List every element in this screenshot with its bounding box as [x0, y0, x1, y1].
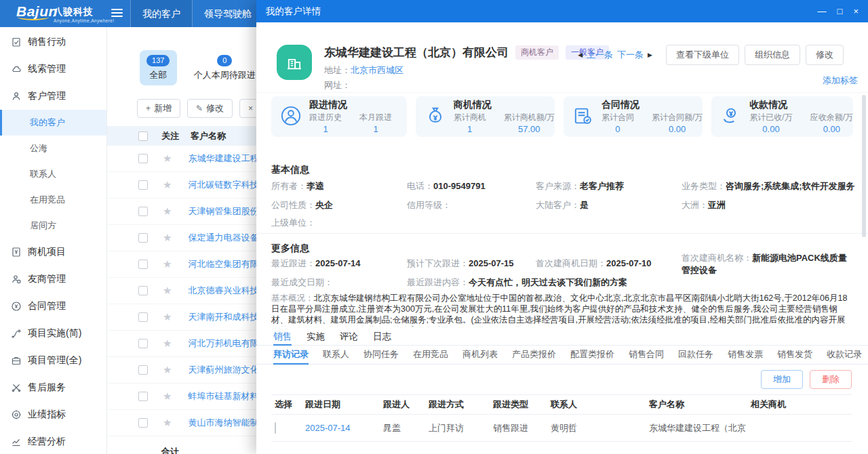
- checkbox[interactable]: [138, 260, 148, 269]
- customer-name-link[interactable]: 河北万邦机电有限公: [188, 337, 256, 350]
- subtab-visit-records[interactable]: 拜访记录: [273, 346, 309, 365]
- filter-all[interactable]: 137 全部: [140, 50, 177, 85]
- table-row[interactable]: 2025-07-14 晁盖 上门拜访 销售跟进 黄明哲 东城华建建设工程（北京）…: [271, 415, 852, 442]
- tab-sales[interactable]: 销售: [273, 329, 292, 346]
- next-arrow-icon[interactable]: ▶: [648, 51, 652, 58]
- menu-icon[interactable]: [111, 9, 123, 19]
- prev-arrow-icon[interactable]: ◀: [578, 51, 583, 58]
- sidebar-item-leads[interactable]: 线索管理: [0, 56, 106, 83]
- customer-name-link[interactable]: 东城华建建设工程（: [188, 152, 256, 165]
- sidebar-item-impl-simple[interactable]: 项目实施(简): [0, 320, 106, 347]
- sidebar-item-sales-action[interactable]: 销售行动: [0, 28, 106, 56]
- top-tab-dashboard[interactable]: 领导驾驶舱: [193, 0, 264, 27]
- subtab-payment-tasks[interactable]: 回款任务: [678, 346, 713, 364]
- checkbox[interactable]: [138, 286, 148, 295]
- minimize-button[interactable]: —: [818, 6, 827, 16]
- customer-row[interactable]: ★黄山市海纳智能制造: [107, 410, 256, 436]
- address-value[interactable]: 北京市西城区: [351, 65, 403, 75]
- customer-row[interactable]: ★河北万邦机电有限公: [107, 331, 256, 357]
- customer-name-link[interactable]: 河北碳链数字科技有: [188, 179, 256, 191]
- star-icon[interactable]: ★: [163, 205, 172, 218]
- sidebar-item-opportunities[interactable]: 商机项目: [0, 239, 106, 266]
- star-icon[interactable]: ★: [163, 337, 172, 350]
- star-icon[interactable]: ★: [163, 364, 172, 376]
- sidebar-item-intermediary[interactable]: 居间方: [0, 213, 106, 239]
- tab-comments[interactable]: 评论: [340, 329, 358, 345]
- sidebar-item-contacts[interactable]: 联系人: [0, 161, 106, 187]
- checkbox[interactable]: [275, 422, 276, 434]
- sidebar-item-contracts[interactable]: 合同管理: [0, 293, 106, 320]
- checkbox[interactable]: [138, 392, 148, 401]
- view-sub-units-button[interactable]: 查看下级单位: [666, 45, 739, 65]
- sidebar-item-analysis[interactable]: 经营分析: [0, 428, 106, 454]
- sidebar-item-customer-mgmt[interactable]: 客户管理: [0, 83, 106, 110]
- customer-name-link[interactable]: 天津南开和成科技有: [188, 311, 256, 323]
- checkbox[interactable]: [138, 365, 148, 375]
- sidebar-item-partners[interactable]: 友商管理: [0, 266, 106, 293]
- add-record-button[interactable]: 增加: [761, 370, 803, 389]
- cell-date-link[interactable]: 2025-07-14: [302, 415, 380, 442]
- close-button[interactable]: ×: [853, 6, 859, 16]
- filter-week-followup[interactable]: 0 个人本周待跟进: [193, 50, 256, 85]
- star-icon[interactable]: ★: [163, 258, 172, 270]
- subtab-sales-invoices[interactable]: 销售发票: [728, 346, 763, 364]
- delete-customer-button[interactable]: ×删除: [239, 99, 256, 118]
- sidebar-item-my-customers[interactable]: 我的客户: [0, 110, 106, 136]
- subtab-payment-records[interactable]: 收款记录: [827, 346, 862, 364]
- subtab-contacts[interactable]: 联系人: [323, 346, 349, 364]
- customer-name-link[interactable]: 黄山市海纳智能制造: [188, 417, 256, 429]
- customer-row[interactable]: ★东城华建建设工程（: [107, 146, 256, 172]
- star-icon[interactable]: ★: [163, 179, 172, 191]
- checkbox[interactable]: [138, 233, 148, 243]
- tab-implementation[interactable]: 实施: [307, 329, 325, 345]
- checkbox[interactable]: [138, 339, 148, 348]
- sidebar-item-after-sales[interactable]: 售后服务: [0, 374, 106, 401]
- customer-name-link[interactable]: 北京德睿兴业科技有: [188, 285, 256, 297]
- customer-row[interactable]: ★天津南开和成科技有: [107, 304, 256, 331]
- subtab-sales-shipments[interactable]: 销售发货: [777, 346, 812, 364]
- subtab-collab-tasks[interactable]: 协同任务: [363, 346, 399, 364]
- customer-row[interactable]: ★保定通力电器设备有: [107, 225, 256, 251]
- subtab-config-quotes[interactable]: 配置类报价: [570, 346, 614, 364]
- scrollbar-thumb[interactable]: [862, 95, 866, 237]
- customer-row[interactable]: ★北京德睿兴业科技有: [107, 278, 256, 304]
- add-tag-link[interactable]: 添加标签: [823, 75, 858, 87]
- sidebar-item-competitors[interactable]: 在用竞品: [0, 187, 106, 213]
- sidebar-item-public-pool[interactable]: 公海: [0, 136, 106, 161]
- tab-logs[interactable]: 日志: [373, 329, 391, 345]
- checkbox[interactable]: [138, 180, 148, 190]
- checkbox[interactable]: [138, 312, 148, 322]
- star-icon[interactable]: ★: [163, 285, 172, 297]
- customer-name-link[interactable]: 保定通力电器设备有: [188, 232, 256, 244]
- customer-row[interactable]: ★天津钢管集团股份有: [107, 199, 256, 225]
- delete-record-button[interactable]: 删除: [810, 370, 852, 389]
- checkbox[interactable]: [138, 207, 148, 216]
- scrollbar[interactable]: [862, 27, 866, 447]
- subtab-opportunity-list[interactable]: 商机列表: [462, 346, 498, 364]
- customer-row[interactable]: ★蚌埠市硅基新材料产: [107, 384, 256, 410]
- checkbox[interactable]: [138, 154, 148, 163]
- subtab-competitors[interactable]: 在用竞品: [413, 346, 448, 364]
- checkbox[interactable]: [138, 418, 148, 428]
- select-all-checkbox[interactable]: [138, 131, 148, 141]
- star-icon[interactable]: ★: [163, 232, 172, 244]
- top-tab-my-customers[interactable]: 我的客户: [130, 0, 193, 27]
- customer-name-link[interactable]: 蚌埠市硅基新材料产: [188, 390, 256, 403]
- customer-row[interactable]: ★河北碳链数字科技有: [107, 172, 256, 199]
- customer-row[interactable]: ★河北临空集团有限公: [107, 251, 256, 278]
- prev-record-link[interactable]: 上一条: [587, 49, 613, 61]
- customer-name-link[interactable]: 天津钢管集团股份有: [188, 205, 256, 218]
- add-customer-button[interactable]: +新增: [137, 99, 180, 118]
- star-icon[interactable]: ★: [163, 390, 172, 403]
- sidebar-item-project-mgmt[interactable]: 项目管理(全): [0, 347, 106, 374]
- org-info-button[interactable]: 组织信息: [745, 45, 800, 65]
- customer-name-link[interactable]: 河北临空集团有限公: [188, 258, 256, 270]
- star-icon[interactable]: ★: [163, 152, 172, 165]
- star-icon[interactable]: ★: [163, 417, 172, 429]
- edit-button[interactable]: 修改: [806, 45, 844, 65]
- star-icon[interactable]: ★: [163, 311, 172, 323]
- maximize-button[interactable]: □: [837, 6, 843, 16]
- subtab-product-quotes[interactable]: 产品类报价: [512, 346, 556, 364]
- edit-customer-button[interactable]: ✎修改: [187, 99, 233, 118]
- customer-name-link[interactable]: 天津蓟州旅游文化集: [188, 364, 256, 376]
